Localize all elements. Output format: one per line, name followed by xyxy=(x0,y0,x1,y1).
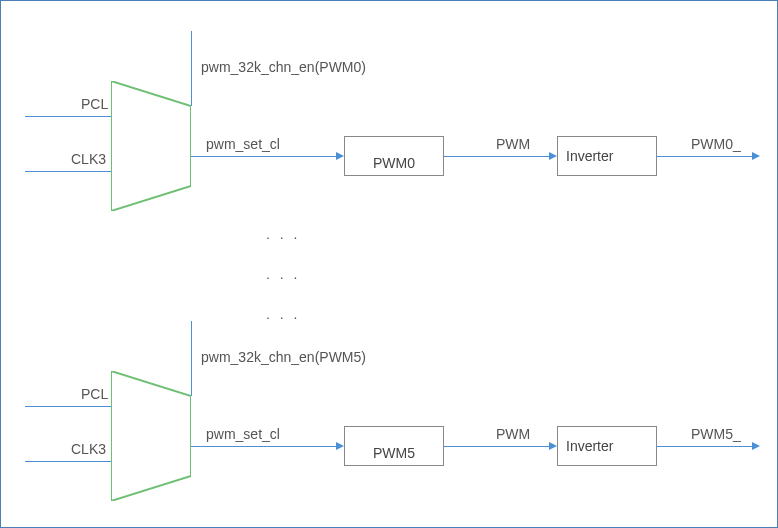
inverter-block-pwm0: Inverter xyxy=(557,136,657,176)
out-label-pwm5: PWM5_ xyxy=(691,426,741,442)
pcl-line-pwm0 xyxy=(25,116,111,117)
pcl-line-pwm5 xyxy=(25,406,111,407)
pwm-sig-label-pwm0: PWM xyxy=(496,136,530,152)
ellipsis-dots: . . . xyxy=(266,306,300,322)
pwm-line-pwm5 xyxy=(444,446,549,447)
out-arrow-pwm5 xyxy=(752,442,760,450)
out-label-pwm0: PWM0_ xyxy=(691,136,741,152)
inverter-label-pwm0: Inverter xyxy=(566,148,613,164)
inverter-label-pwm5: Inverter xyxy=(566,438,613,454)
mux-pwm0 xyxy=(111,81,191,211)
pwm-line-pwm0 xyxy=(444,156,549,157)
muxout-line-pwm0 xyxy=(191,156,336,157)
svg-marker-1 xyxy=(111,371,191,501)
pcl-label-pwm0: PCL xyxy=(81,96,108,112)
sel-label-pwm0: pwm_32k_chn_en(PWM0) xyxy=(201,59,366,75)
sel-line-pwm0 xyxy=(191,31,192,106)
ellipsis-dots: . . . xyxy=(266,266,300,282)
muxout-arrow-pwm5 xyxy=(336,442,344,450)
sel-line-pwm5 xyxy=(191,321,192,396)
clk3-label-pwm5: CLK3 xyxy=(71,441,106,457)
pwm-block-label-pwm0: PWM0 xyxy=(373,155,415,175)
mux-pwm5 xyxy=(111,371,191,501)
pwm-arrow-pwm0 xyxy=(549,152,557,160)
clk3-line-pwm0 xyxy=(25,171,111,172)
pwm-block-label-pwm5: PWM5 xyxy=(373,445,415,465)
svg-marker-0 xyxy=(111,81,191,211)
pwm-sig-label-pwm5: PWM xyxy=(496,426,530,442)
muxout-arrow-pwm0 xyxy=(336,152,344,160)
ellipsis-dots: . . . xyxy=(266,226,300,242)
muxout-label-pwm0: pwm_set_cl xyxy=(206,136,280,152)
out-line-pwm0 xyxy=(657,156,752,157)
clk3-label-pwm0: CLK3 xyxy=(71,151,106,167)
clk3-line-pwm5 xyxy=(25,461,111,462)
pwm-block-pwm5: PWM5 xyxy=(344,426,444,466)
pwm-block-pwm0: PWM0 xyxy=(344,136,444,176)
muxout-line-pwm5 xyxy=(191,446,336,447)
muxout-label-pwm5: pwm_set_cl xyxy=(206,426,280,442)
diagram-frame: pwm_32k_chn_en(PWM0) PCL CLK3 pwm_set_cl… xyxy=(0,0,778,528)
pwm-arrow-pwm5 xyxy=(549,442,557,450)
out-arrow-pwm0 xyxy=(752,152,760,160)
pcl-label-pwm5: PCL xyxy=(81,386,108,402)
sel-label-pwm5: pwm_32k_chn_en(PWM5) xyxy=(201,349,366,365)
inverter-block-pwm5: Inverter xyxy=(557,426,657,466)
out-line-pwm5 xyxy=(657,446,752,447)
